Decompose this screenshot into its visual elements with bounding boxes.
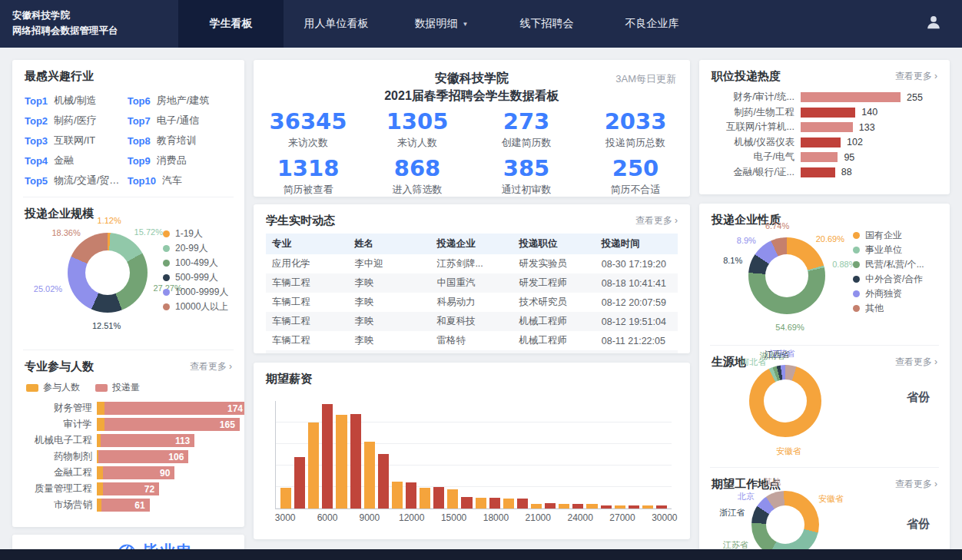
legend-item[interactable]: 事业单位 [853, 243, 944, 257]
major-bar-row: 市场营销61 [25, 497, 232, 513]
industry-name: 汽车 [162, 174, 182, 187]
salary-bar[interactable] [322, 404, 333, 509]
salary-histogram[interactable] [275, 401, 672, 509]
salary-bar[interactable] [476, 498, 486, 509]
major-bar-value: 165 [220, 419, 240, 430]
table-cell: 机械工程师 [513, 331, 595, 350]
work-place-donut[interactable]: 其他安徽省上海江苏省浙江省北京 [710, 480, 864, 560]
heat-bar[interactable] [801, 108, 855, 118]
industry-rank: Top8 [128, 135, 151, 147]
major-bar[interactable]: 174 [97, 402, 244, 415]
applications-bar-segment: 113 [101, 434, 195, 447]
salary-bar[interactable] [350, 414, 361, 509]
table-cell: 应用化学 [266, 254, 348, 273]
heat-bar[interactable] [801, 167, 835, 177]
table-row: 车辆工程李映科易动力技术研究员08-12 20:07:59 [266, 293, 678, 312]
salary-bar[interactable] [433, 487, 444, 509]
salary-bar[interactable] [364, 442, 375, 509]
position-heat-more-link[interactable]: 查看更多› [895, 70, 937, 83]
salary-bar[interactable] [531, 504, 542, 509]
major-bar[interactable]: 90 [97, 466, 232, 479]
salary-bar[interactable] [420, 488, 430, 509]
company-nature-donut[interactable]: 20.69%0.88%54.69%8.1%8.9%6.74% [710, 225, 856, 325]
stat-cell: 868进入筛选数 [363, 156, 472, 197]
legend-item[interactable]: 20-99人 [163, 241, 234, 256]
nav-tab-5[interactable]: 不良企业库 [599, 0, 705, 48]
salary-bar[interactable] [615, 505, 625, 509]
salary-bar[interactable] [572, 504, 583, 509]
major-bar[interactable]: 61 [97, 499, 232, 512]
salary-bar[interactable] [406, 482, 416, 509]
donut-hole [766, 505, 804, 544]
legend-item[interactable]: 500-999人 [163, 270, 234, 285]
legend-label: 1000-9999人 [175, 286, 228, 299]
table-cell: 李中迎 [348, 254, 430, 273]
origin-donut[interactable]: 安徽省河北省湖南省江西省江苏省 [710, 353, 864, 446]
salary-bar[interactable] [586, 504, 597, 509]
stat-cell: 1318简历被查看 [254, 156, 363, 197]
user-avatar-button[interactable] [914, 0, 953, 48]
origin-more-link[interactable]: 查看更多› [895, 356, 937, 369]
salary-bar[interactable] [503, 499, 514, 509]
legend-item[interactable]: 投递量 [95, 380, 140, 395]
heat-bar[interactable] [801, 92, 901, 102]
major-bar[interactable]: 106 [97, 450, 232, 463]
section-interested-industries: 最感兴趣行业 Top1机械/制造Top2制药/医疗Top3互联网/ITTop4金… [12, 60, 244, 197]
table-cell: 中国重汽 [430, 273, 513, 293]
heat-bar-label: 机械/仪器仪表 [712, 136, 794, 149]
salary-bar[interactable] [280, 488, 291, 509]
nav-tab-1[interactable]: 学生看板 [178, 0, 284, 48]
table-cell: 08-30 17:19:20 [595, 254, 678, 273]
salary-bar[interactable] [656, 505, 667, 509]
legend-item[interactable]: 其他 [853, 301, 944, 316]
salary-bar[interactable] [378, 454, 389, 509]
legend-item[interactable]: 中外合资/合作 [853, 272, 944, 287]
salary-bar[interactable] [629, 505, 639, 509]
company-scale-donut[interactable]: 1.12%15.72%27.27%12.51%25.02%18.36% [25, 222, 186, 325]
student-activity-more-link[interactable]: 查看更多› [635, 214, 678, 227]
work-place-more-link[interactable]: 查看更多› [895, 478, 937, 491]
nav-tab-4[interactable]: 线下招聘会 [494, 0, 599, 48]
card-student-activity: 学生实时动态 查看更多› 专业姓名投递企业投递职位投递时间应用化学李中迎江苏剑牌… [254, 204, 690, 353]
nav-tab-label: 学生看板 [210, 17, 253, 31]
salary-bar[interactable] [294, 457, 305, 509]
salary-bar[interactable] [336, 415, 347, 509]
nav-tabs: 学生看板用人单位看板数据明细▼线下招聘会不良企业库 [178, 0, 705, 48]
legend-item[interactable]: 参与人数 [26, 380, 80, 395]
salary-bar[interactable] [489, 498, 500, 509]
heat-bar[interactable] [801, 138, 841, 147]
salary-bar[interactable] [642, 505, 653, 509]
salary-bar[interactable] [308, 422, 319, 509]
salary-bar[interactable] [601, 505, 612, 509]
major-bar-row: 金融工程90 [25, 465, 232, 481]
x-axis-tick: 30000 [652, 512, 677, 523]
table-cell: 车辆工程 [266, 293, 348, 312]
x-axis-tick: 27000 [609, 512, 635, 523]
heat-bar[interactable] [801, 152, 838, 162]
legend-item[interactable]: 国有企业 [853, 228, 944, 243]
salary-bar[interactable] [392, 482, 403, 509]
dashboard-body: 最感兴趣行业 Top1机械/制造Top2制药/医疗Top3互联网/ITTop4金… [0, 48, 962, 560]
salary-bar[interactable] [447, 489, 458, 509]
legend-item[interactable]: 100-499人 [163, 256, 234, 270]
salary-bar[interactable] [461, 497, 472, 509]
salary-bar[interactable] [545, 503, 556, 509]
nav-tab-3[interactable]: 数据明细▼ [389, 0, 494, 48]
heat-bar[interactable] [801, 122, 853, 132]
major-bar[interactable]: 113 [97, 434, 232, 447]
legend-item[interactable]: 10000人以上 [163, 300, 234, 314]
major-bar[interactable]: 165 [97, 418, 240, 431]
salary-bar[interactable] [559, 504, 569, 509]
legend-item[interactable]: 外商独资 [853, 287, 944, 301]
table-cell: 08-12 19:51:04 [595, 312, 678, 331]
legend-item[interactable]: 民营/私营/个... [853, 257, 944, 272]
major-participation-more-link[interactable]: 查看更多› [190, 360, 232, 373]
user-avatar-icon [925, 14, 942, 34]
nav-tab-2[interactable]: 用人单位看板 [284, 0, 389, 48]
major-bar[interactable]: 72 [97, 482, 232, 495]
section-work-place: 期望工作地点 查看更多› 其他安徽省上海江苏省浙江省北京 省份 [699, 468, 950, 560]
legend-item[interactable]: 1000-9999人 [163, 285, 234, 300]
legend-item[interactable]: 1-19人 [163, 227, 234, 241]
major-bar-label: 机械电子工程 [25, 434, 92, 447]
salary-bar[interactable] [517, 499, 528, 509]
